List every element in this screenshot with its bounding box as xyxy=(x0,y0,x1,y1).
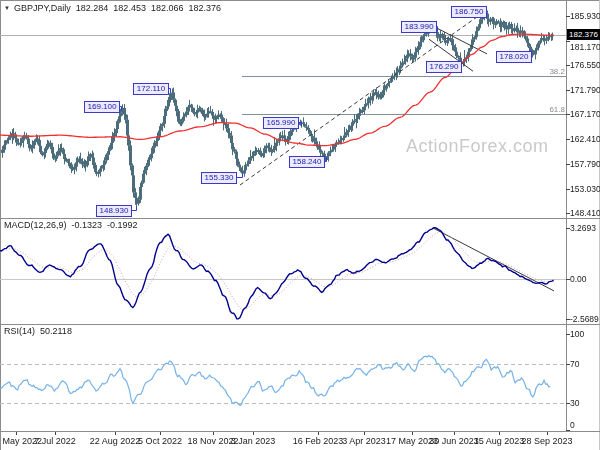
rsi-axis-label: 0 xyxy=(570,420,575,430)
macd-main-value: -0.1323 xyxy=(72,220,103,230)
price-annotation-label: 165.990 xyxy=(263,117,299,129)
price-axis-label: 162.410 xyxy=(570,134,600,144)
rsi-axis-label: 30 xyxy=(570,398,579,408)
price-annotation-label: 155.330 xyxy=(201,172,237,184)
price-axis-label: 181.170 xyxy=(570,42,600,52)
rsi-axis-label: 70 xyxy=(570,359,579,369)
price-annotation-label: 176.290 xyxy=(426,61,462,73)
rsi-value: 50.2118 xyxy=(40,326,72,336)
rsi-axis-label: 100 xyxy=(570,329,584,339)
symbol-name: GBPJPY,Daily xyxy=(14,3,71,13)
macd-panel-label: MACD(12,26,9)-0.1323-0.1992 xyxy=(4,220,138,230)
time-axis-label: 3 Jan 2023 xyxy=(221,436,285,446)
fib-level-label: 61.8 xyxy=(527,105,565,114)
ohlc-low: 182.066 xyxy=(151,3,184,13)
symbol-marker-icon: ▼ xyxy=(4,5,10,11)
time-axis-label: 7 Jul 2022 xyxy=(23,436,87,446)
price-annotation-label: 172.110 xyxy=(133,83,169,95)
price-annotation-label: 148.930 xyxy=(96,205,132,217)
macd-axis-label: -2.5689 xyxy=(570,314,599,324)
price-axis-label: 171.790 xyxy=(570,85,600,95)
price-annotation-label: 178.020 xyxy=(496,51,532,63)
time-axis-label: 28 Sep 2023 xyxy=(515,436,579,446)
macd-axis-label: 3.2693 xyxy=(570,223,596,233)
price-axis-label: 185.930 xyxy=(570,11,600,21)
price-axis-label: 176.550 xyxy=(570,60,600,70)
price-axis-label: 148.410 xyxy=(570,208,600,218)
price-axis-label: 167.170 xyxy=(570,109,600,119)
price-annotation-label: 169.100 xyxy=(84,101,120,113)
ohlc-high: 182.453 xyxy=(113,3,146,13)
rsi-name: RSI(14) xyxy=(4,326,35,336)
chart-window: ▼GBPJPY,Daily182.284182.453182.066182.37… xyxy=(0,0,600,450)
price-axis-label: 157.790 xyxy=(570,159,600,169)
chart-title: ▼GBPJPY,Daily182.284182.453182.066182.37… xyxy=(4,3,221,13)
macd-signal-value: -0.1992 xyxy=(107,220,138,230)
watermark: ActionForex.com xyxy=(406,136,549,157)
price-annotation-label: 158.240 xyxy=(289,156,325,168)
price-annotation-label: 183.990 xyxy=(401,21,437,33)
ohlc-open: 182.284 xyxy=(76,3,109,13)
fib-level-label: 38.2 xyxy=(527,67,565,76)
price-annotation-label: 186.750 xyxy=(451,6,487,18)
rsi-panel-label: RSI(14)50.2118 xyxy=(4,326,72,336)
current-price-box: 182.376 xyxy=(567,29,600,40)
macd-name: MACD(12,26,9) xyxy=(4,220,67,230)
ohlc-close: 182.376 xyxy=(188,3,221,13)
price-axis-label: 153.030 xyxy=(570,184,600,194)
macd-axis-label: 0.00 xyxy=(570,274,587,284)
